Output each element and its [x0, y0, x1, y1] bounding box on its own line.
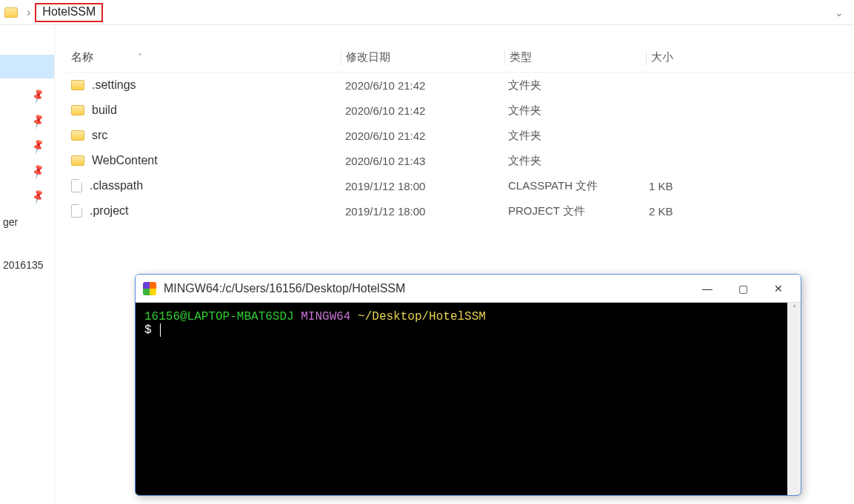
file-icon [71, 204, 82, 218]
sidebar-item-label[interactable]: 2016135 [0, 252, 54, 274]
sidebar-selected-item[interactable] [0, 55, 54, 78]
terminal-user: 16156@LAPTOP-MBAT6SDJ [144, 310, 294, 323]
terminal-body[interactable]: 16156@LAPTOP-MBAT6SDJ MINGW64 ~/Desktop/… [136, 303, 787, 495]
file-name: .classpath [90, 179, 143, 192]
sidebar-quick-access-item[interactable]: 📌 [0, 133, 54, 158]
folder-icon [71, 105, 84, 115]
folder-icon [71, 80, 84, 90]
folder-icon [4, 7, 18, 18]
git-bash-icon [143, 282, 156, 295]
file-name: WebContent [92, 154, 158, 167]
folder-icon [71, 130, 84, 141]
column-header-type[interactable]: 类型 [505, 50, 646, 64]
sidebar-quick-access-item[interactable]: 📌 [0, 158, 54, 184]
terminal-env: MINGW64 [301, 310, 350, 323]
file-type: PROJECT 文件 [504, 204, 644, 218]
file-type: CLASSPATH 文件 [504, 179, 644, 193]
file-date: 2020/6/10 21:43 [341, 155, 504, 167]
column-header-size[interactable]: 大小 [647, 50, 735, 64]
nav-sidebar: 📌 📌 📌 📌 📌 ger 2016135 [0, 25, 55, 504]
sidebar-quick-access-item[interactable]: 📌 [0, 108, 54, 133]
pin-icon: 📌 [29, 87, 46, 104]
chevron-right-icon: › [27, 6, 30, 19]
file-type: 文件夹 [504, 129, 644, 143]
column-header-label: 名称 [71, 50, 93, 64]
pin-icon: 📌 [29, 112, 46, 129]
file-name: build [92, 104, 117, 117]
file-row[interactable]: .project2019/1/12 18:00PROJECT 文件2 KB [67, 198, 854, 224]
file-row[interactable]: .classpath2019/1/12 18:00CLASSPATH 文件1 K… [67, 173, 854, 198]
file-row[interactable]: build2020/6/10 21:42文件夹 [67, 98, 854, 123]
file-type: 文件夹 [504, 104, 644, 118]
close-button[interactable]: ✕ [761, 275, 796, 303]
terminal-scrollbar[interactable]: ˄ [787, 303, 801, 495]
terminal-window: MINGW64:/c/Users/16156/Desktop/HotelSSM … [135, 274, 801, 496]
file-rows: .settings2020/6/10 21:42文件夹build2020/6/1… [67, 73, 854, 224]
terminal-cursor [160, 323, 161, 337]
column-header-date[interactable]: 修改日期 [341, 50, 504, 64]
scroll-up-icon[interactable]: ˄ [787, 304, 801, 312]
column-header-label: 大小 [651, 50, 673, 63]
file-row[interactable]: .settings2020/6/10 21:42文件夹 [67, 73, 854, 98]
terminal-title: MINGW64:/c/Users/16156/Desktop/HotelSSM [164, 282, 405, 295]
file-row[interactable]: WebContent2020/6/10 21:43文件夹 [67, 148, 854, 173]
breadcrumb-current[interactable]: HotelSSM [35, 3, 103, 22]
column-headers: 名称 ˄ 修改日期 类型 大小 [67, 43, 854, 73]
minimize-button[interactable]: — [690, 275, 725, 303]
pin-icon: 📌 [29, 138, 46, 154]
file-date: 2020/6/10 21:42 [341, 130, 504, 142]
file-date: 2019/1/12 18:00 [341, 205, 504, 218]
terminal-prompt-symbol: $ [144, 323, 152, 337]
chevron-down-icon[interactable]: ⌄ [829, 7, 850, 19]
file-name: .project [90, 204, 128, 218]
sidebar-item-label[interactable]: ger [0, 209, 54, 231]
column-header-label: 类型 [510, 50, 532, 63]
pin-icon: 📌 [29, 163, 46, 179]
file-icon [71, 179, 82, 192]
column-header-name[interactable]: 名称 ˄ [67, 50, 341, 64]
file-size: 1 KB [644, 180, 733, 192]
sort-ascending-icon: ˄ [138, 53, 142, 62]
column-header-label: 修改日期 [346, 50, 390, 63]
address-bar[interactable]: › HotelSSM ⌄ [0, 0, 854, 25]
file-size: 2 KB [644, 205, 733, 218]
maximize-button[interactable]: ▢ [725, 275, 761, 303]
terminal-titlebar[interactable]: MINGW64:/c/Users/16156/Desktop/HotelSSM … [136, 275, 801, 303]
file-type: 文件夹 [504, 78, 644, 93]
file-date: 2019/1/12 18:00 [341, 180, 504, 192]
terminal-path: ~/Desktop/HotelSSM [358, 310, 486, 323]
file-row[interactable]: src2020/6/10 21:42文件夹 [67, 123, 854, 148]
pin-icon: 📌 [29, 188, 46, 204]
file-name: .settings [92, 78, 136, 92]
file-type: 文件夹 [504, 154, 644, 168]
file-name: src [92, 129, 107, 142]
file-date: 2020/6/10 21:42 [341, 104, 504, 117]
sidebar-quick-access-item[interactable]: 📌 [0, 83, 54, 108]
folder-icon [71, 155, 84, 166]
file-date: 2020/6/10 21:42 [341, 79, 504, 92]
sidebar-quick-access-item[interactable]: 📌 [0, 184, 54, 209]
